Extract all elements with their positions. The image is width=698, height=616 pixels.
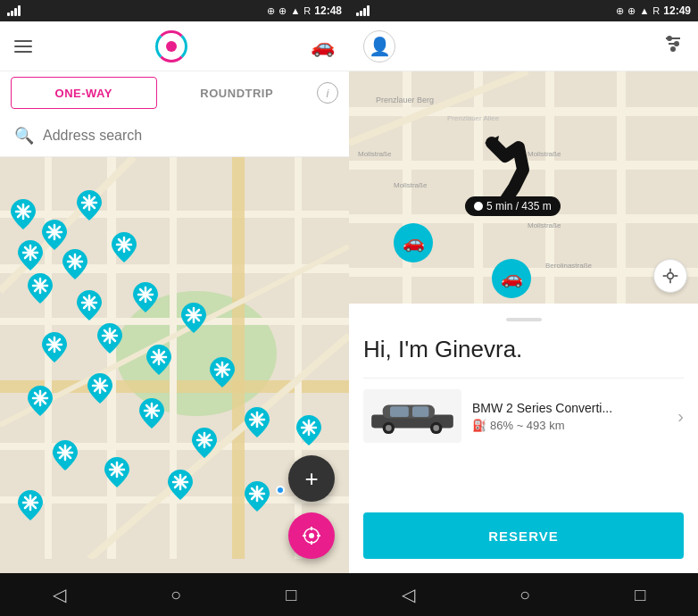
- svg-text:Mollstraße: Mollstraße: [394, 181, 428, 189]
- map-pin[interactable]: [245, 481, 270, 515]
- car-info: BMW 2 Series Converti... ⛽ 86% ~ 493 km: [472, 401, 667, 432]
- left-map: +: [0, 157, 349, 573]
- car-card[interactable]: BMW 2 Series Converti... ⛽ 86% ~ 493 km …: [363, 378, 684, 454]
- search-input[interactable]: [43, 128, 335, 144]
- svg-point-156: [433, 425, 439, 431]
- svg-rect-130: [474, 71, 483, 304]
- filter-icon: [662, 33, 684, 54]
- right-location-button[interactable]: [653, 259, 687, 293]
- map-pin[interactable]: [18, 240, 43, 274]
- left-status-bar: ⊕ ⊕ ▲ R 12:48: [0, 0, 349, 21]
- right-signal-icon: [356, 5, 370, 16]
- map-pin[interactable]: [53, 440, 78, 474]
- right-status-left: [356, 5, 370, 16]
- logo-inner: [166, 41, 177, 52]
- right-map: Prenzlauer Berg Mollstraße Mollstraße Mo…: [349, 71, 698, 304]
- status-time: 12:48: [314, 4, 342, 17]
- right-status-right: ⊕ ⊕ ▲ R 12:49: [616, 4, 691, 17]
- map-pins-container: [0, 157, 349, 573]
- left-panel: ⊕ ⊕ ▲ R 12:48 🚗 ONE-WAY ROUNDTRIP i 🔍: [0, 0, 349, 616]
- map-pin[interactable]: [168, 470, 193, 504]
- right-crosshair-icon: [661, 267, 679, 285]
- map-pin[interactable]: [146, 345, 171, 379]
- map-pin[interactable]: [62, 249, 87, 283]
- car-image: [363, 389, 461, 443]
- trip-tabs: ONE-WAY ROUNDTRIP i: [0, 71, 349, 114]
- search-bar: 🔍: [0, 114, 349, 157]
- car-pin-1: 🚗: [394, 223, 433, 266]
- greeting-text: Hi, I'm Ginevra.: [363, 336, 684, 363]
- svg-point-116: [309, 533, 314, 538]
- home-button[interactable]: ○: [170, 585, 181, 605]
- map-pin[interactable]: [210, 357, 235, 391]
- svg-text:Mollstraße: Mollstraße: [358, 150, 392, 158]
- crosshair-icon: [301, 525, 322, 546]
- right-bottom-nav: ◁ ○ □: [349, 573, 698, 616]
- right-plus-icon: ⊕: [627, 5, 636, 17]
- left-bottom-nav: ◁ ○ □: [0, 573, 349, 616]
- car-pin-2: 🚗: [492, 259, 531, 302]
- map-pin[interactable]: [42, 332, 67, 366]
- map-pin[interactable]: [245, 407, 270, 441]
- map-pin[interactable]: [181, 303, 206, 337]
- map-pin[interactable]: [87, 373, 112, 407]
- reserve-button[interactable]: RESERVE: [363, 512, 684, 559]
- location-button[interactable]: [288, 512, 335, 559]
- svg-text:Berolinastraße: Berolinastraße: [545, 262, 593, 270]
- svg-point-122: [675, 42, 678, 46]
- map-pin[interactable]: [296, 415, 321, 449]
- svg-point-121: [668, 37, 671, 40]
- map-pin[interactable]: [139, 398, 164, 432]
- map-pin[interactable]: [18, 490, 43, 524]
- distance-text: 5 min / 435 m: [486, 200, 552, 212]
- svg-rect-125: [349, 107, 698, 116]
- map-pin[interactable]: [133, 282, 158, 316]
- recents-button[interactable]: □: [286, 585, 296, 605]
- add-button[interactable]: +: [288, 455, 335, 502]
- status-right: ⊕ ⊕ ▲ R 12:48: [267, 4, 342, 17]
- right-top-bar: 👤: [349, 21, 698, 71]
- tab-roundtrip[interactable]: ROUNDTRIP: [164, 77, 311, 109]
- right-satellite-icon: ⊕: [616, 5, 624, 17]
- svg-text:Mollstraße: Mollstraße: [528, 221, 561, 229]
- map-pin[interactable]: [192, 428, 217, 462]
- avatar-button[interactable]: 👤: [363, 30, 395, 62]
- tab-one-way[interactable]: ONE-WAY: [11, 77, 157, 109]
- svg-point-146: [668, 273, 674, 279]
- map-pin[interactable]: [28, 386, 53, 420]
- sheet-handle: [506, 318, 542, 321]
- svg-rect-158: [412, 406, 428, 417]
- car-name: BMW 2 Series Converti...: [472, 401, 667, 415]
- svg-rect-157: [390, 406, 409, 417]
- right-recents-button[interactable]: □: [635, 585, 645, 605]
- wifi-icon: ▲: [290, 5, 300, 16]
- svg-rect-132: [617, 71, 626, 304]
- map-pin[interactable]: [77, 190, 102, 224]
- right-panel: ⊕ ⊕ ▲ R 12:49 👤: [349, 0, 698, 616]
- search-icon: 🔍: [14, 126, 34, 146]
- svg-point-123: [671, 47, 675, 51]
- distance-dot: [474, 202, 483, 211]
- satellite-icon: ⊕: [267, 5, 275, 17]
- back-button[interactable]: ◁: [53, 584, 66, 605]
- left-top-bar: 🚗: [0, 21, 349, 71]
- map-pin[interactable]: [104, 457, 129, 491]
- info-button[interactable]: i: [317, 82, 338, 104]
- car-fuel-range: 86% ~ 493 km: [490, 419, 564, 432]
- filter-button[interactable]: [662, 33, 684, 59]
- app-logo: [155, 30, 187, 62]
- map-pin[interactable]: [112, 232, 137, 266]
- car-silhouette: [368, 392, 457, 441]
- map-pin[interactable]: [77, 290, 102, 324]
- map-pin[interactable]: [28, 273, 53, 307]
- map-pin[interactable]: [11, 199, 36, 233]
- right-status-bar: ⊕ ⊕ ▲ R 12:49: [349, 0, 698, 21]
- svg-text:Prenzlauer Allee: Prenzlauer Allee: [447, 114, 500, 122]
- chevron-right-icon: ›: [677, 406, 684, 427]
- right-back-button[interactable]: ◁: [402, 584, 415, 605]
- distance-badge: 5 min / 435 m: [465, 196, 561, 216]
- right-home-button[interactable]: ○: [519, 585, 530, 605]
- menu-button[interactable]: [14, 40, 32, 53]
- map-pin[interactable]: [97, 323, 122, 357]
- right-wifi-icon: ▲: [639, 5, 649, 16]
